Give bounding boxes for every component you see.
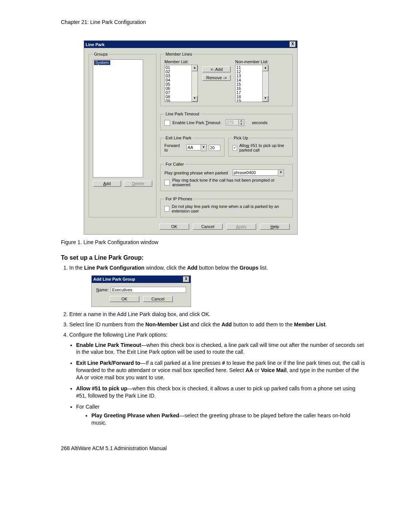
member-lines-legend: Member Lines: [164, 52, 193, 56]
group-name-input[interactable]: [111, 287, 186, 293]
ipphones-label: Do not play line park ring tone when a c…: [172, 204, 288, 213]
exit-legend: Exit Line Park: [164, 136, 193, 140]
enable-timeout-label: Enable Line Park Timeout: [172, 120, 220, 125]
step-2: Enter a name in the Add Line Park dialog…: [69, 311, 365, 318]
close-icon[interactable]: X: [290, 42, 296, 47]
line-park-dialog: Line Park X Groups System Add Delete: [84, 40, 365, 235]
chevron-up-icon[interactable]: ▲: [192, 65, 198, 71]
page-footer: 268 AltiWare ACM 5.1 Administration Manu…: [61, 445, 365, 451]
groups-selected-item[interactable]: System: [94, 60, 110, 65]
ipphones-checkbox[interactable]: [164, 206, 169, 212]
groups-legend: Groups: [93, 52, 109, 56]
scrollbar[interactable]: ▲ ▼: [192, 65, 198, 102]
ok-button[interactable]: OK: [159, 224, 189, 230]
greeting-phrase-select[interactable]: [233, 169, 278, 176]
add-line-park-group-dialog: Add Line Park Group X Name: OK Cancel: [91, 275, 365, 307]
allow51-checkbox[interactable]: ✓: [233, 145, 237, 151]
groups-listbox[interactable]: System: [93, 59, 143, 177]
seconds-label: seconds: [252, 120, 268, 125]
member-listbox[interactable]: 0102 0304 0506 0708 0910: [164, 65, 192, 102]
chevron-down-icon[interactable]: ▼: [263, 96, 268, 102]
chevron-down-icon[interactable]: ▼: [278, 169, 284, 176]
ok-button[interactable]: OK: [110, 296, 139, 302]
step-1: In the Line Park Configuration window, c…: [69, 264, 365, 272]
help-button[interactable]: Help: [260, 224, 290, 230]
cancel-button[interactable]: Cancel: [193, 224, 223, 230]
bullet-enable-timeout: Enable Line Park Timeout—when this check…: [76, 342, 365, 356]
enable-timeout-checkbox[interactable]: [164, 120, 170, 126]
titlebar: Line Park X: [84, 41, 297, 48]
greeting-label: Play greeting phrase when parked: [164, 171, 228, 175]
chevron-down-icon[interactable]: ▼: [201, 144, 207, 151]
timeout-legend: Line Park Timeout: [164, 112, 201, 116]
add-group-button[interactable]: Add: [93, 181, 121, 187]
remove-member-button[interactable]: Remove ->: [202, 75, 231, 81]
figure-caption: Figure 1. Line Park Configuration window: [61, 239, 365, 245]
chapter-header: Chapter 21: Line Park Configuration: [61, 19, 365, 25]
delete-group-button[interactable]: Delete: [124, 181, 152, 187]
step-4: Configure the following Line Park option…: [69, 331, 365, 339]
chevron-down-icon[interactable]: ▼: [192, 96, 198, 102]
member-list-label: Member List:: [164, 59, 198, 64]
allow51-label: Allow #51 to pick up line parked call: [239, 143, 288, 152]
bullet-allow51: Allow #51 to pick up—when this check box…: [76, 385, 365, 399]
bullet-for-caller: For Caller Play Greeting Phrase when Par…: [76, 403, 365, 427]
ipphones-legend: For IP Phones: [164, 197, 193, 201]
for-caller-legend: For Caller: [164, 162, 185, 166]
step-3: Select line ID numbers from the Non-Memb…: [69, 321, 365, 328]
titlebar: Add Line Park Group X: [92, 276, 191, 283]
ringback-checkbox[interactable]: [164, 180, 170, 185]
cancel-button[interactable]: Cancel: [143, 296, 173, 302]
ringback-label: Play ring back tone if the call has not …: [172, 178, 288, 187]
timeout-seconds-input[interactable]: [226, 119, 239, 125]
forward-number-input[interactable]: [209, 145, 220, 151]
timeout-spinner[interactable]: ▲▼: [239, 119, 244, 126]
forward-to-select[interactable]: [186, 144, 201, 150]
dialog-title: Line Park: [86, 42, 105, 47]
section-heading: To set up a Line Park Group:: [61, 254, 365, 261]
sub-bullet-greeting: Play Greeting Phrase when Parked—select …: [91, 412, 365, 427]
nonmember-listbox[interactable]: 1112 1314 1516 1718 1920: [235, 65, 263, 102]
add-member-button[interactable]: <- Add: [202, 66, 231, 72]
pickup-legend: Pick Up: [233, 136, 249, 140]
dialog-title: Add Line Park Group: [93, 277, 135, 281]
forward-to-label: Forward to: [164, 143, 184, 152]
name-label: Name:: [96, 288, 108, 292]
nonmember-list-label: Non-member List:: [235, 59, 269, 64]
chevron-up-icon[interactable]: ▲: [263, 65, 268, 71]
apply-button[interactable]: Apply: [226, 224, 256, 230]
scrollbar[interactable]: ▲ ▼: [263, 65, 269, 102]
close-icon[interactable]: X: [183, 276, 189, 282]
bullet-exit-line-park: Exit Line Park/Forward to—If a call park…: [76, 359, 365, 381]
